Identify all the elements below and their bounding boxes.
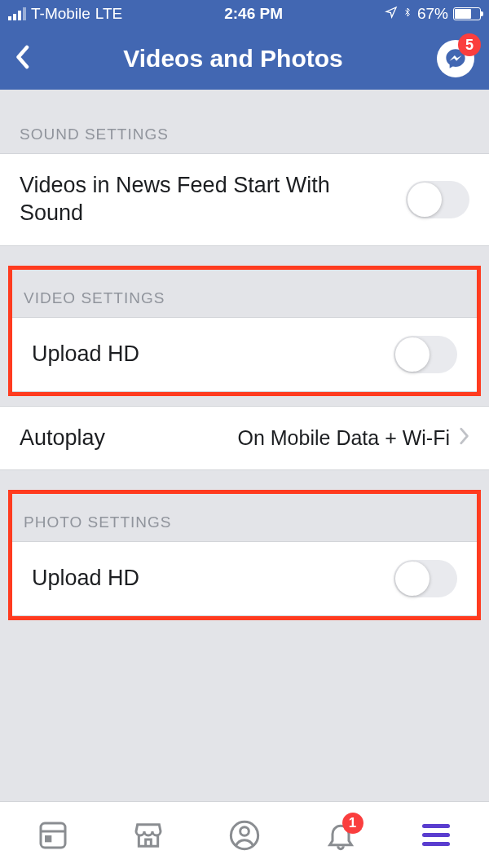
clock: 2:46 PM (224, 5, 283, 23)
svg-point-4 (240, 826, 249, 835)
bluetooth-icon (403, 5, 412, 24)
nav-header: Videos and Photos 5 (0, 28, 489, 90)
messenger-button[interactable]: 5 (437, 40, 474, 77)
hamburger-icon (422, 824, 450, 846)
tab-newsfeed[interactable] (35, 817, 71, 853)
tab-notifications[interactable]: 1 (323, 817, 359, 853)
row-label: Upload HD (32, 565, 156, 593)
video-group-autoplay: Autoplay On Mobile Data + Wi-Fi (0, 406, 489, 471)
row-photo-upload-hd[interactable]: Upload HD (12, 542, 477, 615)
messenger-badge: 5 (458, 33, 481, 56)
notifications-badge: 1 (342, 813, 363, 834)
carrier-label: T-Mobile (31, 5, 90, 23)
tab-marketplace[interactable] (130, 817, 166, 853)
highlight-photo-settings: PHOTO SETTINGS Upload HD (8, 490, 481, 620)
row-label: Autoplay (20, 425, 121, 452)
content: SOUND SETTINGS Videos in News Feed Start… (0, 90, 489, 801)
section-header-video: VIDEO SETTINGS (12, 270, 477, 317)
status-left: T-Mobile LTE (8, 5, 122, 23)
autoplay-value: On Mobile Data + Wi-Fi (238, 426, 451, 450)
highlight-video-settings: VIDEO SETTINGS Upload HD (8, 266, 481, 396)
section-header-photo: PHOTO SETTINGS (12, 494, 477, 541)
tab-menu[interactable] (418, 817, 454, 853)
photo-group: Upload HD (12, 541, 477, 616)
row-label: Upload HD (32, 341, 156, 368)
row-videos-start-sound[interactable]: Videos in News Feed Start With Sound (0, 154, 489, 245)
status-bar: T-Mobile LTE 2:46 PM 67% (0, 0, 489, 28)
toggle-photo-hd[interactable] (394, 560, 457, 597)
tab-profile[interactable] (227, 817, 262, 853)
chevron-right-icon (458, 427, 469, 448)
battery-pct: 67% (417, 5, 448, 23)
row-autoplay[interactable]: Autoplay On Mobile Data + Wi-Fi (0, 407, 489, 470)
signal-icon (8, 7, 26, 20)
video-group-top: Upload HD (12, 317, 477, 392)
toggle-videos-sound[interactable] (406, 181, 469, 218)
toggle-video-hd[interactable] (394, 336, 457, 373)
svg-rect-2 (45, 835, 51, 842)
page-title: Videos and Photos (29, 45, 437, 73)
battery-icon (453, 7, 481, 20)
location-icon (385, 5, 398, 23)
row-video-upload-hd[interactable]: Upload HD (12, 318, 477, 391)
section-header-sound: SOUND SETTINGS (0, 90, 489, 153)
status-right: 67% (385, 5, 481, 24)
svg-rect-0 (41, 823, 65, 848)
tab-bar: 1 (0, 801, 489, 868)
sound-group: Videos in News Feed Start With Sound (0, 153, 489, 246)
network-label: LTE (95, 5, 122, 23)
row-label: Videos in News Feed Start With Sound (20, 172, 406, 227)
back-button[interactable] (15, 45, 29, 73)
